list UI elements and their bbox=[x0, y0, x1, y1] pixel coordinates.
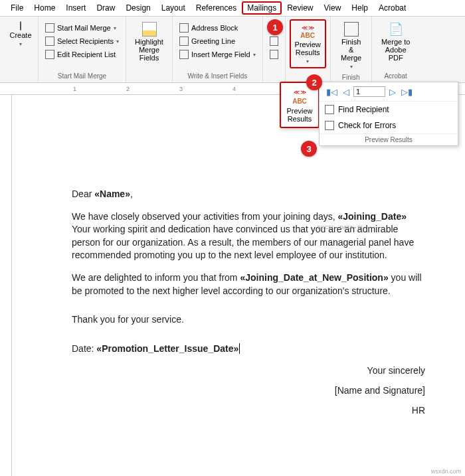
ribbon-group-preview: ≪ ≫ABC Preview Results ▾ bbox=[286, 17, 331, 82]
signature-closing: Your sincerely bbox=[72, 364, 425, 378]
ribbon: Create ▾ Start Mail Merge ▾ Select Recip… bbox=[0, 17, 465, 83]
page-area: EXCEL • DATA • BI Dear «Name», We have c… bbox=[12, 95, 465, 476]
group-label-create bbox=[4, 71, 34, 80]
create-label: Create ▾ bbox=[8, 31, 33, 47]
signature-block: Your sincerely [Name and Signature] HR bbox=[72, 364, 425, 417]
callout-2: 2 bbox=[306, 74, 322, 90]
preview-icon-small: ≪ ≫ABC bbox=[285, 87, 314, 106]
create-button[interactable]: Create ▾ bbox=[4, 19, 37, 50]
record-number-input[interactable] bbox=[353, 86, 385, 97]
ribbon-group-acrobat: 📄 Merge to Adobe PDF Acrobat bbox=[372, 17, 420, 82]
find-recipient-button[interactable]: Find Recipient bbox=[320, 102, 458, 118]
date-line: Date: «Promotion_Letter_Issue_Date» bbox=[72, 343, 425, 356]
envelope-icon bbox=[20, 22, 21, 30]
preview-label: Preview Results ▾ bbox=[295, 40, 321, 64]
select-recipients-button[interactable]: Select Recipients ▾ bbox=[43, 35, 122, 47]
thanks-line: Thank you for your service. bbox=[72, 313, 425, 327]
dropdown-footer-label: Preview Results bbox=[320, 133, 458, 145]
highlight-merge-fields-button[interactable]: Highlight Merge Fields bbox=[130, 19, 168, 64]
issue-date-merge-field: «Promotion_Letter_Issue_Date» bbox=[96, 343, 240, 354]
menu-design[interactable]: Design bbox=[120, 1, 155, 15]
menu-mailings[interactable]: Mailings bbox=[242, 1, 282, 15]
check-errors-button[interactable]: Check for Errors bbox=[320, 118, 458, 133]
paragraph-2: We are delighted to inform you that from… bbox=[72, 272, 425, 297]
edit-list-icon bbox=[45, 50, 54, 59]
callout-3: 3 bbox=[301, 141, 317, 157]
merge-to-pdf-button[interactable]: 📄 Merge to Adobe PDF bbox=[376, 19, 416, 64]
signature-role: HR bbox=[72, 404, 425, 418]
menu-draw[interactable]: Draw bbox=[91, 1, 120, 15]
highlight-icon bbox=[142, 22, 157, 37]
watermark: wsxdn.com bbox=[431, 468, 461, 475]
menu-bar: File Home Insert Draw Design Layout Refe… bbox=[0, 0, 465, 17]
finish-merge-button[interactable]: Finish & Merge ▾ bbox=[335, 19, 368, 72]
match-icon bbox=[270, 37, 278, 46]
insert-merge-field-button[interactable]: Insert Merge Field ▾ bbox=[177, 48, 258, 60]
name-merge-field: «Name» bbox=[94, 189, 130, 199]
callout-1: 1 bbox=[267, 19, 283, 35]
start-mail-merge-button[interactable]: Start Mail Merge ▾ bbox=[43, 22, 122, 34]
pdf-icon: 📄 bbox=[389, 22, 403, 37]
joining-date-merge-field: «Joining_Date» bbox=[337, 211, 406, 222]
preview-icon: ≪ ≫ABC bbox=[300, 23, 315, 39]
address-block-button[interactable]: Address Block bbox=[177, 22, 258, 34]
preview-results-dropdown: ▮◁ ◁ ▷ ▷▮ Find Recipient Check for Error… bbox=[319, 82, 458, 146]
prev-record-button[interactable]: ◁ bbox=[341, 87, 351, 97]
paragraph-1: We have closely observed your activities… bbox=[72, 210, 425, 262]
preview-menu-label: Preview Results bbox=[285, 107, 314, 123]
menu-home[interactable]: Home bbox=[29, 1, 60, 15]
group-label-start-merge: Start Mail Merge bbox=[43, 71, 122, 80]
menu-file[interactable]: File bbox=[5, 1, 29, 15]
ribbon-group-write-insert: Address Block Greeting Line Insert Merge… bbox=[173, 17, 263, 82]
menu-view[interactable]: View bbox=[319, 1, 347, 15]
greeting-line-button[interactable]: Greeting Line bbox=[177, 35, 258, 47]
group-label-write-insert: Write & Insert Fields bbox=[177, 71, 258, 80]
greeting-line: Dear «Name», bbox=[72, 188, 425, 201]
new-position-date-merge-field: «Joining_Date_at_New_Position» bbox=[240, 272, 388, 283]
first-record-button[interactable]: ▮◁ bbox=[325, 87, 339, 97]
match-fields-button[interactable] bbox=[267, 35, 281, 47]
finish-icon bbox=[344, 22, 359, 37]
group-label-acrobat: Acrobat bbox=[376, 71, 416, 80]
last-record-button[interactable]: ▷▮ bbox=[400, 87, 414, 97]
menu-layout[interactable]: Layout bbox=[156, 1, 191, 15]
mail-icon bbox=[45, 23, 54, 33]
workspace: EXCEL • DATA • BI Dear «Name», We have c… bbox=[0, 95, 465, 476]
update-labels-button[interactable] bbox=[267, 48, 281, 60]
address-icon bbox=[179, 23, 189, 33]
menu-acrobat[interactable]: Acrobat bbox=[373, 1, 411, 15]
find-icon bbox=[325, 105, 334, 114]
greeting-icon bbox=[179, 37, 189, 46]
check-icon bbox=[325, 121, 334, 130]
insert-field-icon bbox=[179, 50, 189, 59]
preview-results-button[interactable]: ≪ ≫ABC Preview Results ▾ bbox=[290, 19, 326, 68]
menu-insert[interactable]: Insert bbox=[60, 1, 91, 15]
ribbon-group-finish: Finish & Merge ▾ Finish bbox=[331, 17, 372, 82]
menu-review[interactable]: Review bbox=[282, 1, 318, 15]
ribbon-group-highlight: Highlight Merge Fields bbox=[126, 17, 173, 82]
signature-name: [Name and Signature] bbox=[72, 384, 425, 398]
finish-label: Finish & Merge ▾ bbox=[339, 38, 364, 70]
menu-help[interactable]: Help bbox=[346, 1, 373, 15]
record-navigation: ▮◁ ◁ ▷ ▷▮ bbox=[320, 82, 458, 102]
group-label-finish: Finish bbox=[335, 72, 367, 81]
document-page[interactable]: Dear «Name», We have closely observed yo… bbox=[12, 95, 465, 476]
next-record-button[interactable]: ▷ bbox=[388, 87, 397, 97]
menu-references[interactable]: References bbox=[191, 1, 242, 15]
pdf-label: Merge to Adobe PDF bbox=[380, 38, 412, 62]
vertical-ruler bbox=[0, 95, 12, 476]
highlight-label: Highlight Merge Fields bbox=[134, 38, 164, 62]
background-logo-text: EXCEL • DATA • BI bbox=[318, 224, 363, 230]
edit-recipient-list-button[interactable]: Edit Recipient List bbox=[43, 48, 122, 60]
ribbon-group-start-merge: Start Mail Merge ▾ Select Recipients ▾ E… bbox=[39, 17, 126, 82]
ribbon-group-create: Create ▾ bbox=[0, 17, 39, 82]
update-icon bbox=[270, 50, 278, 59]
recipients-icon bbox=[45, 37, 54, 46]
